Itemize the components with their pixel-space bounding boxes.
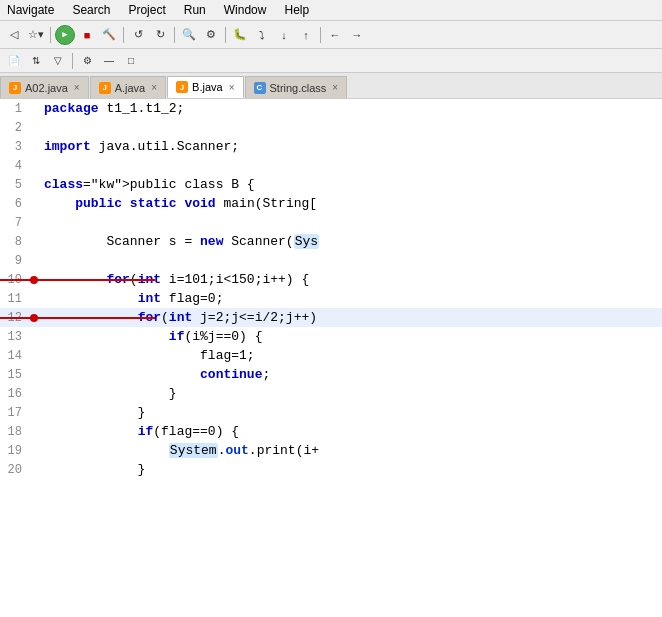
sep5 xyxy=(320,27,321,43)
sep4 xyxy=(225,27,226,43)
step-out-btn[interactable]: ↑ xyxy=(296,25,316,45)
tab-a02-close[interactable]: × xyxy=(74,82,80,93)
menu-help[interactable]: Help xyxy=(281,2,312,18)
line-number-3: 3 xyxy=(0,140,28,154)
line-number-14: 14 xyxy=(0,349,28,363)
code-line-13: 13 if(i%j==0) { xyxy=(0,327,662,346)
code-line-5: 5class="kw">public class B { xyxy=(0,175,662,194)
code-line-2: 2 xyxy=(0,118,662,137)
line-number-19: 19 xyxy=(0,444,28,458)
tab-string[interactable]: C String.class × xyxy=(245,76,348,98)
debug-button[interactable]: 🐛 xyxy=(230,25,250,45)
code-content-5: class="kw">public class B { xyxy=(40,177,662,192)
run-button[interactable]: ▶ xyxy=(55,25,75,45)
code-line-4: 4 xyxy=(0,156,662,175)
code-line-20: 20 } xyxy=(0,460,662,479)
red-line-indicator-10 xyxy=(0,279,155,281)
code-line-8: 8 Scanner s = new Scanner(Sys xyxy=(0,232,662,251)
line-number-16: 16 xyxy=(0,387,28,401)
code-content-14: flag=1; xyxy=(40,348,662,363)
code-line-7: 7 xyxy=(0,213,662,232)
nav-prev-btn[interactable]: ← xyxy=(325,25,345,45)
tab-b-icon: J xyxy=(176,81,188,93)
undo-button[interactable]: ↺ xyxy=(128,25,148,45)
code-content-15: continue; xyxy=(40,367,662,382)
code-line-11: 11 int flag=0; xyxy=(0,289,662,308)
min-btn[interactable]: — xyxy=(99,51,119,71)
back-button[interactable]: ◁ xyxy=(4,25,24,45)
code-content-11: int flag=0; xyxy=(40,291,662,306)
red-line-indicator-12 xyxy=(0,317,155,319)
line-number-4: 4 xyxy=(0,159,28,173)
menu-project[interactable]: Project xyxy=(125,2,168,18)
sep2 xyxy=(123,27,124,43)
step-into-btn[interactable]: ↓ xyxy=(274,25,294,45)
line-number-6: 6 xyxy=(0,197,28,211)
menu-run[interactable]: Run xyxy=(181,2,209,18)
line-number-11: 11 xyxy=(0,292,28,306)
code-content-13: if(i%j==0) { xyxy=(40,329,662,344)
code-line-9: 9 xyxy=(0,251,662,270)
code-content-1: package t1_1.t1_2; xyxy=(40,101,662,116)
sep3 xyxy=(174,27,175,43)
code-line-6: 6 public static void main(String[ xyxy=(0,194,662,213)
nav-next-btn[interactable]: → xyxy=(347,25,367,45)
line-number-20: 20 xyxy=(0,463,28,477)
line-number-9: 9 xyxy=(0,254,28,268)
history-button[interactable]: ☆▾ xyxy=(26,25,46,45)
menu-window[interactable]: Window xyxy=(221,2,270,18)
tab-b-label: B.java xyxy=(192,81,223,93)
tab-a-label: A.java xyxy=(115,82,146,94)
tab-string-icon: C xyxy=(254,82,266,94)
new-file-btn[interactable]: 📄 xyxy=(4,51,24,71)
code-line-15: 15 continue; xyxy=(0,365,662,384)
line-number-7: 7 xyxy=(0,216,28,230)
max-btn[interactable]: □ xyxy=(121,51,141,71)
tab-b[interactable]: J B.java × xyxy=(167,76,243,98)
gear-btn[interactable]: ⚙ xyxy=(77,51,97,71)
code-line-14: 14 flag=1; xyxy=(0,346,662,365)
sync-btn[interactable]: ⇅ xyxy=(26,51,46,71)
sep6 xyxy=(72,53,73,69)
tab-a-close[interactable]: × xyxy=(151,82,157,93)
sep1 xyxy=(50,27,51,43)
code-line-17: 17 } xyxy=(0,403,662,422)
tab-a02[interactable]: J A02.java × xyxy=(0,76,89,98)
code-line-10: 10 for(int i=101;i<150;i++) { xyxy=(0,270,662,289)
tab-a-icon: J xyxy=(99,82,111,94)
editor: 1package t1_1.t1_2;23import java.util.Sc… xyxy=(0,99,662,617)
build-button[interactable]: 🔨 xyxy=(99,25,119,45)
filter-btn[interactable]: ▽ xyxy=(48,51,68,71)
code-content-16: } xyxy=(40,386,662,401)
tab-a[interactable]: J A.java × xyxy=(90,76,166,98)
find-button[interactable]: 🔍 xyxy=(179,25,199,45)
code-content-20: } xyxy=(40,462,662,477)
settings-btn[interactable]: ⚙ xyxy=(201,25,221,45)
stop-button[interactable]: ■ xyxy=(77,25,97,45)
code-line-16: 16 } xyxy=(0,384,662,403)
code-content-6: public static void main(String[ xyxy=(40,196,662,211)
code-line-1: 1package t1_1.t1_2; xyxy=(0,99,662,118)
tab-a02-label: A02.java xyxy=(25,82,68,94)
code-area[interactable]: 1package t1_1.t1_2;23import java.util.Sc… xyxy=(0,99,662,617)
code-line-19: 19 System.out.print(i+ xyxy=(0,441,662,460)
line-number-5: 5 xyxy=(0,178,28,192)
line-number-17: 17 xyxy=(0,406,28,420)
line-number-1: 1 xyxy=(0,102,28,116)
step-over-btn[interactable]: ⤵ xyxy=(252,25,272,45)
tab-string-close[interactable]: × xyxy=(332,82,338,93)
tab-a02-icon: J xyxy=(9,82,21,94)
menu-search[interactable]: Search xyxy=(69,2,113,18)
secondary-toolbar: 📄 ⇅ ▽ ⚙ — □ xyxy=(0,49,662,73)
menu-bar: Navigate Search Project Run Window Help xyxy=(0,0,662,21)
tab-string-label: String.class xyxy=(270,82,327,94)
line-number-18: 18 xyxy=(0,425,28,439)
code-content-19: System.out.print(i+ xyxy=(40,443,662,458)
menu-navigate[interactable]: Navigate xyxy=(4,2,57,18)
tab-b-close[interactable]: × xyxy=(229,82,235,93)
line-number-15: 15 xyxy=(0,368,28,382)
code-line-18: 18 if(flag==0) { xyxy=(0,422,662,441)
redo-button[interactable]: ↻ xyxy=(150,25,170,45)
toolbar: ◁ ☆▾ ▶ ■ 🔨 ↺ ↻ 🔍 ⚙ 🐛 ⤵ ↓ ↑ ← → xyxy=(0,21,662,49)
code-line-3: 3import java.util.Scanner; xyxy=(0,137,662,156)
